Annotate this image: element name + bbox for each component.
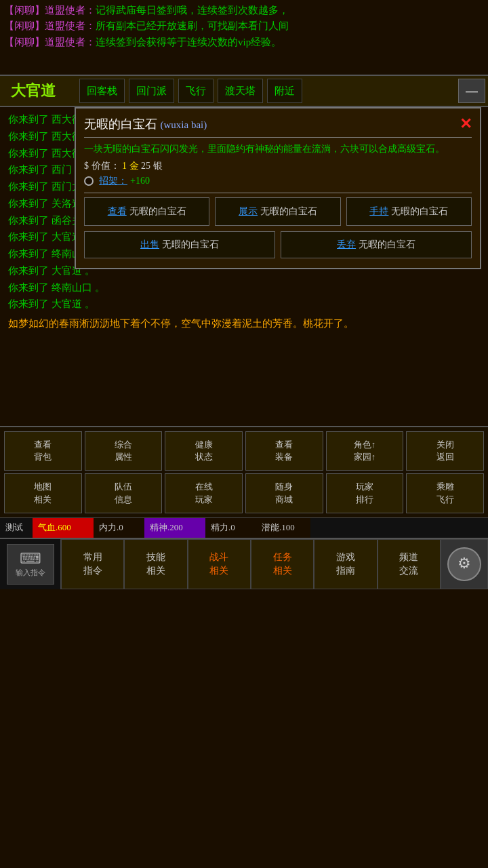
action-discard-btn[interactable]: 丢弃 无暇的白宝石 xyxy=(281,231,472,258)
chat-label-2: 【闲聊】道盟使者： xyxy=(4,20,96,31)
gear-symbol: ⚙ xyxy=(458,553,471,574)
modal-divider-bottom xyxy=(84,193,472,193)
status-hp: 气血.600 xyxy=(33,518,94,538)
chat-label-3: 【闲聊】道盟使者： xyxy=(4,37,96,47)
chat-content-2: 所有副本已经开放速刷，可找副本看门人间 xyxy=(96,20,289,31)
nav-btn-fujin[interactable]: 附近 xyxy=(267,79,302,103)
price-silver: 25 银 xyxy=(141,161,163,171)
action-sell-btn[interactable]: 出售 无暇的白宝石 xyxy=(84,231,275,258)
action-team[interactable]: 队伍 信息 xyxy=(85,473,163,513)
action-map[interactable]: 地图 相关 xyxy=(4,473,82,513)
settings-button[interactable]: ⚙ xyxy=(441,539,488,589)
nav-btn-feixing[interactable]: 飞行 xyxy=(178,79,214,103)
sell-text: 无暇的白宝石 xyxy=(159,239,219,250)
bottom-nav-combat[interactable]: 战斗 相关 xyxy=(188,539,251,589)
bottom-nav-quest[interactable]: 任务 相关 xyxy=(251,539,314,589)
action-view-btn[interactable]: 查看 无暇的白宝石 xyxy=(84,197,209,226)
price-label: $ 价值： xyxy=(84,161,120,171)
action-backpack[interactable]: 查看 背包 xyxy=(4,431,82,471)
modal-title: 无暇的白宝石 (wuxia bai) xyxy=(84,116,207,132)
chat-line-1: 【闲聊】道盟使者：记得武庙每日签到哦，连续签到次数越多， xyxy=(4,3,484,18)
item-modal: 无暇的白宝石 (wuxia bai) ✕ 一块无暇的白宝石闪闪发光，里面隐约有神… xyxy=(75,107,481,269)
modal-actions-row2: 出售 无暇的白宝石 丢弃 无暇的白宝石 xyxy=(84,231,472,258)
input-area[interactable]: ⌨ 输入指令 xyxy=(0,539,61,589)
status-pt: 潜能.100 xyxy=(256,518,310,538)
chat-area: 【闲聊】道盟使者：记得武庙每日签到哦，连续签到次数越多， 【闲聊】道盟使者：所有… xyxy=(0,0,488,75)
chat-line-3: 【闲聊】道盟使者：连续签到会获得等于连续次数的vip经验。 xyxy=(4,35,484,50)
nav-bar: 大官道 回客栈 回门派 飞行 渡天塔 附近 — xyxy=(0,75,488,107)
modal-price: $ 价值： 1 金 25 银 xyxy=(84,160,472,172)
modal-divider-top xyxy=(84,137,472,138)
nav-location: 大官道 xyxy=(3,81,77,101)
bottom-nav-common[interactable]: 常用 指令 xyxy=(61,539,124,589)
attr-val: +160 xyxy=(130,176,150,186)
hold-keyword: 手持 xyxy=(369,205,388,216)
loc-line-12: 你来到了 大官道 。 xyxy=(8,296,480,313)
show-keyword: 展示 xyxy=(239,205,258,216)
action-shop[interactable]: 随身 商城 xyxy=(245,473,323,513)
chat-content-3: 连续签到会获得等于连续次数的vip经验。 xyxy=(96,37,281,47)
discard-text: 无暇的白宝石 xyxy=(356,239,415,250)
bottom-nav: ⌨ 输入指令 常用 指令 技能 相关 战斗 相关 任务 相关 游戏 指南 频道 … xyxy=(0,538,488,589)
status-bar: 测试 气血.600 内力.0 精神.200 精力.0 潜能.100 xyxy=(0,517,488,538)
action-health[interactable]: 健康 状态 xyxy=(165,431,243,471)
action-online-players[interactable]: 在线 玩家 xyxy=(165,473,243,513)
action-attributes[interactable]: 综合 属性 xyxy=(85,431,163,471)
modal-close-button[interactable]: ✕ xyxy=(460,115,472,133)
sell-keyword: 出售 xyxy=(140,239,159,250)
status-mp: 内力.0 xyxy=(94,518,144,538)
action-ranking[interactable]: 玩家 排行 xyxy=(326,473,404,513)
keyboard-icon: ⌨ xyxy=(20,550,41,568)
modal-attr-row: 招架： +160 xyxy=(84,175,472,187)
view-keyword: 查看 xyxy=(108,205,127,216)
nav-btn-huimenspai[interactable]: 回门派 xyxy=(129,79,174,103)
attr-circle-icon xyxy=(84,176,94,186)
price-gold: 1 金 xyxy=(122,161,139,171)
action-role-home[interactable]: 角色↑ 家园↑ xyxy=(326,431,404,471)
scene-description: 如梦如幻的春雨淅沥沥地下着个不停，空气中弥漫着泥土的芳香。桃花开了。 xyxy=(8,315,480,332)
nav-btn-huikezhan[interactable]: 回客栈 xyxy=(79,79,125,103)
bottom-nav-skill[interactable]: 技能 相关 xyxy=(124,539,187,589)
chat-content-1: 记得武庙每日签到哦，连续签到次数越多， xyxy=(96,5,289,16)
chat-label-1: 【闲聊】道盟使者： xyxy=(4,5,96,16)
loc-line-11: 你来到了 终南山口 。 xyxy=(8,279,480,296)
attr-label: 招架： xyxy=(99,175,127,187)
view-text: 无暇的白宝石 xyxy=(127,205,186,216)
bottom-nav-guide[interactable]: 游戏 指南 xyxy=(314,539,377,589)
action-fly[interactable]: 乘雕 飞行 xyxy=(406,473,484,513)
gear-icon: ⚙ xyxy=(447,547,481,581)
chat-line-2: 【闲聊】道盟使者：所有副本已经开放速刷，可找副本看门人间 xyxy=(4,18,484,34)
action-close-return[interactable]: 关闭 返回 xyxy=(406,431,484,471)
action-grid: 查看 背包 综合 属性 健康 状态 查看 装备 角色↑ 家园↑ 关闭 返回 地图… xyxy=(0,426,488,517)
nav-menu-button[interactable]: — xyxy=(458,79,485,103)
discard-keyword: 丢弃 xyxy=(337,239,356,250)
input-label: 输入指令 xyxy=(16,568,45,578)
modal-header: 无暇的白宝石 (wuxia bai) ✕ xyxy=(84,115,472,133)
input-icon-box[interactable]: ⌨ 输入指令 xyxy=(7,544,54,585)
modal-description: 一块无暇的白宝石闪闪发光，里面隐约有神秘的能量在流淌，六块可以合成高级宝石。 xyxy=(84,142,472,156)
modal-item-pinyin: (wuxia bai) xyxy=(161,119,207,130)
status-name: 测试 xyxy=(0,521,33,534)
show-text: 无暇的白宝石 xyxy=(258,205,317,216)
modal-actions-row1: 查看 无暇的白宝石 展示 无暇的白宝石 手持 无暇的白宝石 xyxy=(84,197,472,226)
bottom-nav-channel[interactable]: 频道 交流 xyxy=(378,539,441,589)
nav-btn-dutiantower[interactable]: 渡天塔 xyxy=(218,79,263,103)
action-equipment[interactable]: 查看 装备 xyxy=(245,431,323,471)
action-hold-btn[interactable]: 手持 无暇的白宝石 xyxy=(346,197,472,226)
action-show-btn[interactable]: 展示 无暇的白宝石 xyxy=(215,197,340,226)
modal-item-name: 无暇的白宝石 xyxy=(84,117,157,131)
hold-text: 无暇的白宝石 xyxy=(388,205,448,216)
status-sp: 精神.200 xyxy=(144,518,205,538)
status-st: 精力.0 xyxy=(205,518,256,538)
